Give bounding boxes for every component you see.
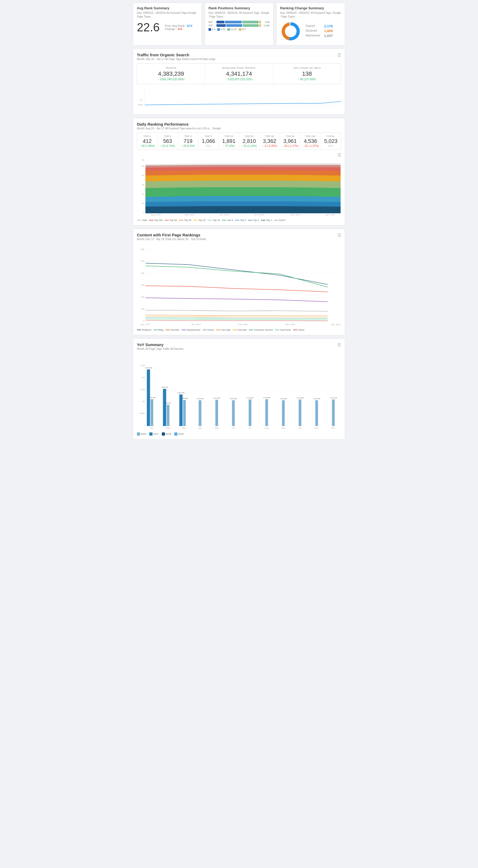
- svg-text:Sep: Sep: [281, 427, 285, 429]
- ranking-col-label: TOP 100: [302, 135, 319, 137]
- legend-item: Top 10: [208, 219, 220, 221]
- content-rankings-title: Content with First Page Rankings: [137, 233, 206, 237]
- svg-text:100: 100: [141, 308, 144, 310]
- legend-line-color: [193, 220, 198, 220]
- legend-line: [182, 330, 186, 330]
- yoy-bar: [282, 400, 285, 426]
- ranking-col-label: TOP 30: [261, 135, 278, 137]
- svg-text:Apr: Apr: [198, 427, 202, 429]
- yoy-menu-icon[interactable]: ☰: [337, 342, 341, 347]
- svg-text:0: 0: [143, 211, 144, 214]
- legend-item: Top 5: [222, 219, 233, 221]
- ranking-menu-icon[interactable]: ☰: [337, 152, 341, 157]
- svg-text:1,562,491: 1,562,491: [161, 386, 168, 388]
- ranking-col: TOP 5 1,066 0 (-): [198, 133, 219, 150]
- legend-line-color: [235, 220, 239, 220]
- svg-text:1,110,389: 1,110,389: [297, 397, 304, 399]
- yoy-bar: [248, 400, 251, 426]
- svg-text:1.5M: 1.5M: [140, 388, 145, 391]
- ranking-col: TOP 50 3,961 ↓ -55 (-1.37%): [280, 133, 300, 150]
- svg-text:Oct: Oct: [299, 427, 302, 429]
- svg-text:Oct, 2016: Oct, 2016: [219, 214, 229, 216]
- content-line-chart: 0 100 200 300 400 500 600: [137, 243, 341, 327]
- area-chart-svg: 0 1K 2K 3K 4K 5K 6K: [137, 157, 341, 216]
- svg-text:Traffic: Traffic: [137, 103, 143, 106]
- svg-text:1,122,920: 1,122,920: [148, 397, 156, 398]
- legend-item: Top 100: [149, 219, 163, 221]
- ranking-col-value: 4,536: [302, 138, 319, 144]
- yoy-title: YoY Summary: [137, 342, 183, 347]
- content-menu-icon[interactable]: ☰: [337, 233, 341, 238]
- traffic-metrics: TRAFFIC 4,383,239 ↑ 3,061,748 (231.69%) …: [137, 63, 341, 84]
- yoy-bar: [299, 400, 301, 426]
- svg-text:1M: 1M: [142, 400, 145, 403]
- ranking-col-change: ↓ -55 (-1.37%): [281, 145, 299, 147]
- yoy-section: YoY Summary Month: All Page Tags Traffic…: [133, 338, 345, 440]
- ranking-col-change: ↓ -3 (-0.09%): [261, 145, 278, 147]
- donut-chart: [280, 21, 301, 42]
- svg-text:500: 500: [141, 260, 144, 262]
- ranking-col: TOP 2 563 ↑ 15 (2.74%): [158, 133, 178, 150]
- svg-text:5K: 5K: [142, 165, 144, 167]
- ranking-col: TOTAL 5,023 0 (-): [321, 133, 341, 150]
- yoy-legend: 2016 2017 2018 2019: [137, 432, 341, 436]
- ranking-col-change: ↑ 15 (2.74%): [159, 145, 176, 147]
- legend-item: Top 50: [165, 219, 177, 221]
- rank-bars: 612 1,53 713: [208, 21, 270, 27]
- yoy-bar: [215, 400, 218, 426]
- avg-rank-value: 22.6: [137, 21, 160, 34]
- svg-text:892,672: 892,672: [165, 402, 171, 404]
- yoy-bar: [199, 400, 201, 426]
- legend-4-10: 4-10: [217, 28, 225, 31]
- ranking-change-inner: Gained 2,176 Declined 1,809 Maintained 1…: [280, 21, 341, 42]
- ranking-col-value: 3,961: [281, 138, 299, 144]
- ranking-col-change: ↑ 31 (1.12%): [241, 145, 258, 147]
- svg-text:2.5M: 2.5M: [140, 364, 145, 367]
- legend-line: [275, 330, 279, 330]
- svg-text:Feb: Feb: [166, 427, 170, 429]
- content-legend-item: Departments: [182, 329, 201, 331]
- legend-line-color: [165, 220, 169, 220]
- svg-text:400: 400: [141, 272, 144, 274]
- ranking-col: TOP 100 4,536 ↓ -91 (-1.97%): [300, 133, 321, 150]
- content-legend-item: Cat-Men: [166, 329, 180, 331]
- svg-text:1M: 1M: [139, 99, 142, 101]
- legend-2017: 2017: [149, 432, 159, 436]
- svg-text:200: 200: [141, 296, 144, 298]
- ranking-col-label: TOP 50: [281, 135, 299, 137]
- daily-ranking-meta: Month: Aug 16 - Jan 17 All Keyword Tags …: [137, 127, 221, 130]
- svg-text:1,327,785: 1,327,785: [177, 392, 185, 394]
- ranking-col-value: 1,891: [220, 138, 237, 144]
- declined-row: Declined 1,809: [306, 29, 333, 33]
- ranking-col-label: TOP 3: [179, 135, 197, 137]
- svg-text:1,112,057: 1,112,057: [246, 397, 254, 399]
- legend-item: Top 2: [248, 219, 259, 221]
- svg-text:0: 0: [143, 320, 144, 322]
- content-legend-item: Blog: [153, 329, 163, 331]
- ranking-col-value: 563: [159, 138, 176, 144]
- traffic-menu-icon[interactable]: ☰: [337, 53, 341, 58]
- legend-line-color: [274, 220, 278, 220]
- svg-text:Nov, 2016: Nov, 2016: [254, 214, 264, 216]
- svg-text:Jan, 2017: Jan, 2017: [326, 214, 335, 216]
- legend-line: [203, 330, 207, 330]
- svg-text:Jan: Jan: [150, 427, 153, 429]
- legend-item: Top 20: [193, 219, 206, 221]
- ranking-col-label: TOP 10: [220, 135, 237, 137]
- svg-text:Mar, 2018: Mar, 2018: [285, 323, 295, 326]
- ranking-col-label: TOTAL: [322, 135, 339, 137]
- svg-text:1,075,290: 1,075,290: [313, 398, 320, 400]
- rank-bar-row-2: 713 1.142: [208, 24, 270, 27]
- ranking-col-label: TOP 5: [200, 135, 217, 137]
- content-rankings-section: Content with First Page Rankings Month: …: [133, 229, 345, 335]
- traffic-chart: Traffic 1M: [137, 87, 341, 111]
- avg-rank-main: 22.6 Prev. Avg Rank 22.0 Change -0.6: [137, 21, 198, 34]
- ranking-col-value: 719: [179, 138, 197, 144]
- svg-text:4K: 4K: [142, 174, 144, 177]
- change-row: Change -0.6: [165, 27, 192, 31]
- content-legend-item: About: [293, 329, 305, 331]
- svg-text:1,072,046: 1,072,046: [197, 398, 204, 400]
- svg-text:Dec: Dec: [331, 427, 335, 429]
- legend-line: [166, 330, 170, 330]
- legend-line-color: [248, 220, 252, 220]
